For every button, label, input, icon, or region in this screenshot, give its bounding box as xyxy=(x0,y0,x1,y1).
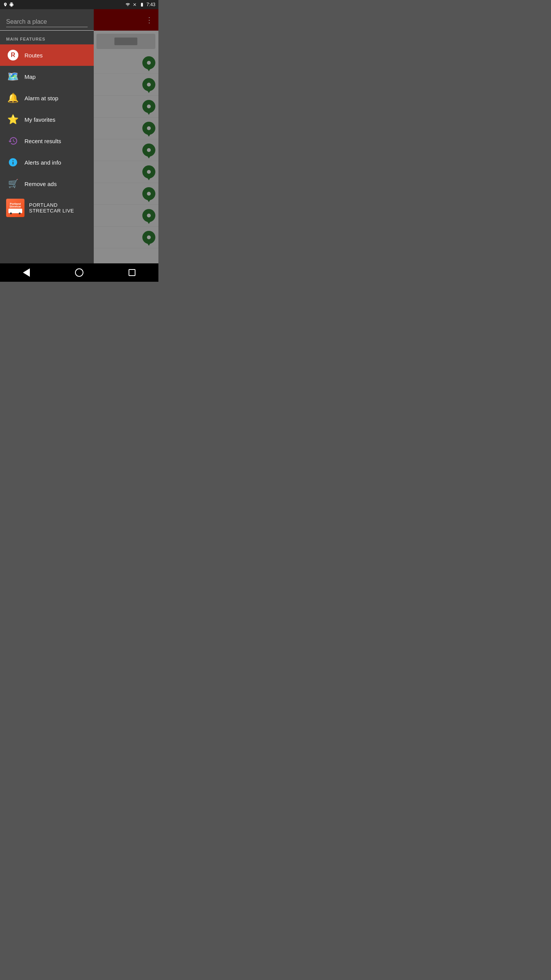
sidebar-item-alerts[interactable]: Alerts and info xyxy=(0,152,94,173)
signal-icon xyxy=(125,2,130,7)
home-button[interactable] xyxy=(68,265,91,280)
alarm-label: Alarm at stop xyxy=(24,95,58,101)
recent-icon xyxy=(6,134,20,148)
home-icon xyxy=(75,268,83,277)
remove-ads-label: Remove ads xyxy=(24,181,57,187)
search-bar xyxy=(0,9,94,31)
sidebar-item-portland-streetcar[interactable]: Portland Streetcar PORTLAND STREETCAR LI… xyxy=(0,194,94,221)
back-button[interactable] xyxy=(15,265,38,280)
alerts-icon xyxy=(6,155,20,169)
bottom-navigation xyxy=(0,263,158,282)
recents-icon xyxy=(129,269,135,276)
alarm-icon: 🔔 xyxy=(6,91,20,105)
time-display: 7:43 xyxy=(147,2,155,7)
android-icon xyxy=(9,2,14,7)
routes-icon: R xyxy=(6,48,20,62)
sidebar-item-favorites[interactable]: ⭐ My favorites xyxy=(0,109,94,130)
navigation-drawer: MAIN FEATURES R Routes 🗺️ Map 🔔 Alarm at… xyxy=(0,9,94,282)
status-bar-left-icons xyxy=(3,2,14,7)
routes-label: Routes xyxy=(24,52,43,59)
sidebar-item-recent[interactable]: Recent results xyxy=(0,130,94,152)
back-icon xyxy=(23,268,30,277)
status-bar-right: 7:43 xyxy=(125,2,155,7)
location-icon xyxy=(3,2,8,7)
remove-ads-icon: 🛒 xyxy=(6,177,20,191)
sidebar-item-remove-ads[interactable]: 🛒 Remove ads xyxy=(0,173,94,194)
alerts-label: Alerts and info xyxy=(24,159,61,166)
wifi-icon xyxy=(132,2,137,7)
battery-icon xyxy=(139,2,145,7)
favorites-label: My favorites xyxy=(24,116,55,123)
status-bar: 7:43 xyxy=(0,0,158,9)
search-input[interactable] xyxy=(6,18,88,27)
streetcar-thumb-text2: Streetcar xyxy=(10,205,21,208)
sidebar-item-routes[interactable]: R Routes xyxy=(0,44,94,66)
sidebar-item-map[interactable]: 🗺️ Map xyxy=(0,66,94,87)
overlay xyxy=(94,9,158,263)
map-icon: 🗺️ xyxy=(6,70,20,83)
streetcar-thumb-text1: Portland xyxy=(10,203,21,205)
sidebar-item-alarm[interactable]: 🔔 Alarm at stop xyxy=(0,87,94,109)
recent-label: Recent results xyxy=(24,138,61,144)
recents-button[interactable] xyxy=(121,265,143,280)
streetcar-label: PORTLAND STREETCAR LIVE xyxy=(29,202,88,214)
main-features-label: MAIN FEATURES xyxy=(0,31,94,44)
favorites-icon: ⭐ xyxy=(6,113,20,126)
map-label: Map xyxy=(24,74,36,80)
streetcar-thumbnail: Portland Streetcar xyxy=(6,199,24,217)
